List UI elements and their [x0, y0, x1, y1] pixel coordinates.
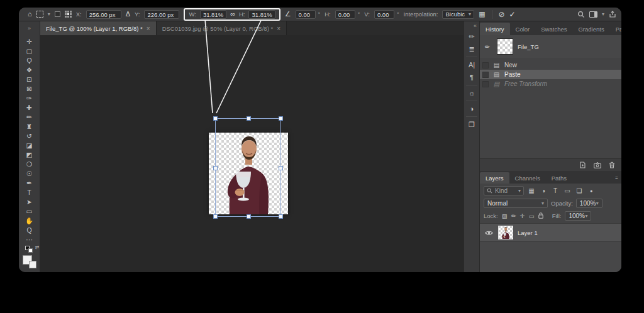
lasso-tool[interactable]: Ϙ: [19, 56, 40, 65]
gradient-tool[interactable]: ◩: [19, 150, 40, 160]
eyedropper-tool[interactable]: ✑: [19, 94, 40, 103]
canvas-area[interactable]: [40, 35, 464, 272]
commit-transform-button[interactable]: ✓: [509, 11, 516, 18]
foreground-background-swatches[interactable]: [22, 255, 37, 268]
tab-layers[interactable]: Layers: [480, 172, 509, 184]
skew-h-field[interactable]: 0.00: [335, 10, 355, 19]
height-field[interactable]: 31.81%: [248, 10, 275, 19]
cancel-transform-button[interactable]: ⊘: [499, 11, 505, 18]
rectangle-tool[interactable]: ▭: [19, 207, 40, 216]
default-colors-icon[interactable]: ⇄: [25, 246, 34, 253]
lock-pixels-icon[interactable]: ✏: [511, 212, 516, 219]
crop-tool[interactable]: ⊡: [19, 75, 40, 84]
history-brush-tool[interactable]: ↺: [19, 131, 40, 141]
rotate-field[interactable]: 0.00: [296, 10, 316, 19]
toolbar-collapse[interactable]: »: [19, 21, 40, 35]
x-position-field[interactable]: 256.00 px: [86, 10, 121, 19]
lock-transparent-icon[interactable]: ▨: [502, 212, 508, 219]
skew-v-field[interactable]: 0.00: [374, 10, 394, 19]
tool-dropdown-chevron[interactable]: ▾: [48, 11, 50, 17]
paragraph-panel-icon[interactable]: ¶: [464, 71, 479, 84]
layer-thumbnail[interactable]: [498, 226, 513, 239]
transform-handle-top-right[interactable]: [279, 116, 283, 121]
history-source-well[interactable]: [482, 62, 489, 69]
lock-position-icon[interactable]: ✛: [520, 212, 525, 219]
filter-pixel-layers-icon[interactable]: ▦: [527, 187, 536, 194]
frame-tool[interactable]: ⊠: [19, 84, 40, 94]
tab-channels[interactable]: Channels: [509, 172, 546, 184]
y-position-field[interactable]: 226.00 px: [144, 10, 179, 19]
history-state-free-transform[interactable]: ▤ Free Transform: [480, 79, 621, 89]
tab-paths[interactable]: Paths: [546, 172, 572, 184]
pen-tool[interactable]: ✒: [19, 178, 40, 188]
share-icon[interactable]: [609, 11, 616, 18]
transform-handle-top-left[interactable]: [213, 116, 218, 121]
filter-shape-layers-icon[interactable]: ▭: [563, 187, 572, 194]
marquee-tool[interactable]: ▢: [19, 47, 40, 56]
blend-mode-select[interactable]: Normal ▾: [484, 199, 548, 208]
brush-tool[interactable]: ✏: [19, 113, 40, 122]
transform-handle-top-middle[interactable]: [247, 116, 251, 121]
hand-tool[interactable]: ✋: [19, 216, 40, 226]
close-icon[interactable]: ×: [147, 25, 150, 32]
reference-point-checkbox[interactable]: [55, 11, 60, 17]
new-snapshot-camera-icon[interactable]: [594, 162, 601, 168]
filter-type-layers-icon[interactable]: T: [551, 187, 560, 194]
blur-tool[interactable]: ❍: [19, 160, 40, 169]
zoom-tool[interactable]: Q: [19, 226, 40, 235]
document-tab-dsc01039[interactable]: DSC01039.jpg @ 50% (Layer 0, RGB/8) * ×: [157, 21, 287, 35]
swap-colors-icon[interactable]: ⇄: [35, 244, 40, 250]
layer-row-layer-1[interactable]: Layer 1: [480, 224, 621, 241]
filter-adjustment-layers-icon[interactable]: ◑: [539, 187, 548, 194]
new-document-from-state-icon[interactable]: [579, 162, 586, 168]
history-state-paste[interactable]: ▤ Paste: [480, 70, 621, 79]
transform-handle-bottom-left[interactable]: [213, 214, 218, 219]
link-dimensions-icon[interactable]: ∞: [230, 11, 235, 18]
history-state-new[interactable]: ▤ New: [480, 60, 621, 70]
lock-artboard-icon[interactable]: ▭: [529, 212, 535, 219]
transform-handle-bottom-middle[interactable]: [247, 214, 251, 219]
tab-history[interactable]: History: [480, 23, 510, 35]
character-panel-icon[interactable]: A|: [464, 58, 479, 71]
warp-mode-icon[interactable]: ▦: [479, 11, 485, 18]
transform-handle-middle-right[interactable]: [279, 166, 283, 170]
opacity-field[interactable]: 100% ▾: [576, 199, 602, 208]
expand-panels-icon[interactable]: «: [474, 23, 479, 30]
spot-healing-tool[interactable]: ✚: [19, 103, 40, 113]
workspace-switcher-icon[interactable]: [589, 11, 597, 18]
lock-all-icon[interactable]: [538, 212, 543, 220]
layer-filter-kind-select[interactable]: Kind ▾: [484, 186, 524, 195]
history-snapshot-row[interactable]: ✏ File_TG: [480, 35, 621, 58]
brush-settings-panel-icon[interactable]: ✏: [464, 30, 479, 43]
home-icon[interactable]: ⌂: [28, 11, 32, 18]
snapshot-thumbnail[interactable]: [497, 38, 513, 55]
transform-handle-middle-left[interactable]: [213, 166, 218, 170]
brushes-panel-icon[interactable]: ≣: [464, 43, 479, 55]
dodge-tool[interactable]: ☉: [19, 169, 40, 178]
chevron-down-icon[interactable]: ▾: [602, 11, 604, 17]
panel-menu-icon[interactable]: ≡: [615, 175, 618, 181]
edit-toolbar-button[interactable]: ⋯: [19, 235, 40, 244]
reference-point-locator[interactable]: [65, 11, 72, 18]
width-field[interactable]: 31.81%: [200, 10, 226, 19]
history-source-well[interactable]: [482, 81, 489, 87]
clone-stamp-tool[interactable]: ♜: [19, 122, 40, 131]
path-selection-tool[interactable]: ➤: [19, 197, 40, 207]
transform-handle-bottom-right[interactable]: [279, 214, 283, 219]
interpolation-select[interactable]: Bicubic ▾: [442, 10, 474, 19]
history-brush-source-icon[interactable]: ✏: [482, 43, 492, 50]
history-source-well[interactable]: [482, 72, 489, 78]
relative-position-toggle-icon[interactable]: Δ: [126, 11, 130, 18]
tab-patterns[interactable]: Patterns: [610, 23, 621, 35]
tab-gradients[interactable]: Gradients: [572, 23, 609, 35]
document-tab-file-tg[interactable]: File_TG @ 100% (Layer 1, RGB/8) * ×: [40, 21, 157, 35]
search-icon[interactable]: [577, 11, 585, 18]
background-color-swatch[interactable]: [29, 261, 36, 268]
filter-smart-objects-icon[interactable]: ❏: [575, 187, 584, 194]
object-selection-tool[interactable]: ❖: [19, 65, 40, 75]
discover-panel-icon[interactable]: ☼: [464, 87, 479, 99]
fill-field[interactable]: 100% ▾: [565, 211, 591, 221]
tab-color[interactable]: Color: [510, 23, 536, 35]
libraries-panel-icon[interactable]: ❐: [464, 118, 479, 131]
delete-trash-icon[interactable]: [609, 162, 615, 168]
